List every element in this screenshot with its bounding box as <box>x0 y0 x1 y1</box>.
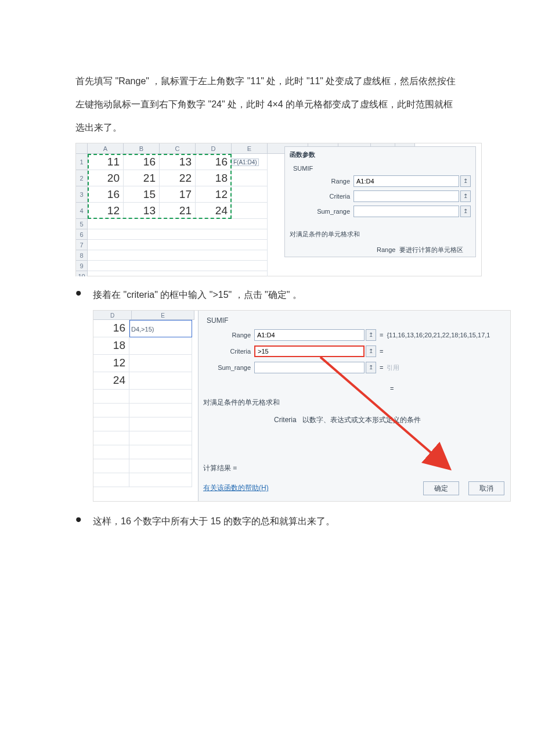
cell[interactable]: 18 <box>93 337 129 355</box>
cell[interactable]: 20 <box>88 170 124 186</box>
cell[interactable]: 16 <box>196 154 232 170</box>
calc-result-label: 计算结果 = <box>203 463 237 473</box>
intro-paragraph-2: 接着在 "criteria" 的框中输入 ">15" ，点击 "确定" 。 <box>93 283 511 307</box>
arg-help-label: Criteria <box>274 416 297 424</box>
panel-title: 函数参数 <box>290 150 471 159</box>
criteria-input[interactable] <box>353 190 459 202</box>
range-input[interactable] <box>353 175 459 187</box>
cell[interactable]: 16 <box>124 154 160 170</box>
ok-button[interactable]: 确定 <box>423 481 459 495</box>
function-description: 对满足条件的单元格求和 <box>203 398 280 408</box>
cell[interactable] <box>232 186 268 203</box>
intro-paragraph-1: 首先填写 "Range" ，鼠标置于左上角数字 "11" 处，此时 "11" 处… <box>75 70 459 139</box>
arg-help-text: 要进行计算的单元格区 <box>399 246 463 253</box>
screenshot-2: D E 16 D4,>15) 18 12 24 <box>93 310 511 502</box>
cancel-button[interactable]: 取消 <box>468 481 504 495</box>
cell[interactable]: 12 <box>88 203 124 219</box>
equals-label: = <box>376 364 387 371</box>
cell[interactable]: 18 <box>196 170 232 186</box>
row-header: 9 <box>76 261 88 271</box>
function-name: SUMIF <box>207 316 504 325</box>
function-help-link[interactable]: 有关该函数的帮助(H) <box>203 483 269 493</box>
function-name: SUMIF <box>293 165 471 172</box>
sum-range-input[interactable] <box>353 206 459 217</box>
range-result: {11,16,13,16;20,21,22,18;16,15,17,1 <box>387 332 490 339</box>
cell[interactable]: 24 <box>93 372 129 390</box>
criteria-label: Criteria <box>204 348 254 355</box>
cell[interactable] <box>232 170 268 186</box>
range-input[interactable] <box>254 329 365 341</box>
col-header: D <box>196 143 232 154</box>
col-header: A <box>88 143 124 154</box>
cell[interactable]: 13 <box>124 203 160 219</box>
intro-paragraph-3: 这样，16 个数字中所有大于 15 的数字的总和就算出来了。 <box>93 510 459 533</box>
col-header: E <box>232 143 268 154</box>
cell[interactable]: 24 <box>196 203 232 219</box>
cell[interactable]: 12 <box>196 186 232 203</box>
result-equals: = <box>390 385 394 392</box>
range-selector-icon[interactable]: ↥ <box>366 345 376 357</box>
row-header: 8 <box>76 250 88 261</box>
range-selector-icon[interactable]: ↥ <box>366 362 376 373</box>
row-header: 3 <box>76 186 88 203</box>
range-selector-icon[interactable]: ↥ <box>460 190 471 202</box>
row-header: 1 <box>76 154 88 170</box>
cell[interactable]: 21 <box>160 203 196 219</box>
formula-hint: F(A1:D4) <box>232 159 259 166</box>
function-description: 对满足条件的单元格求和 <box>290 230 471 239</box>
sum-range-input[interactable] <box>254 362 365 373</box>
cell[interactable]: 12 <box>93 355 129 372</box>
arg-help-label: Range <box>377 246 395 253</box>
equals-label: = <box>376 332 387 339</box>
svg-line-0 <box>320 357 448 467</box>
range-label: Range <box>204 332 254 339</box>
row-header: 2 <box>76 170 88 186</box>
function-args-panel: SUMIF Range ↥ = {11,16,13,16;20,21,22,18… <box>198 311 510 501</box>
sum-range-result: 引用 <box>387 363 399 372</box>
sum-range-label: Sum_range <box>204 364 254 371</box>
col-header: B <box>124 143 160 154</box>
col-header: D <box>93 311 132 320</box>
col-header: C <box>160 143 196 154</box>
cell[interactable]: 17 <box>160 186 196 203</box>
formula-hint: D4,>15) <box>129 320 192 337</box>
col-header: E <box>132 311 194 320</box>
screenshot-1: A B C D E F G H I J 1 2 3 4 <box>75 143 482 276</box>
cell[interactable]: 11 <box>88 154 124 170</box>
function-args-panel: 函数参数 SUMIF Range ↥ Criteria ↥ Sum_range … <box>284 146 476 257</box>
sum-range-label: Sum_range <box>290 208 353 215</box>
cell[interactable]: 15 <box>124 186 160 203</box>
row-header: 10 <box>76 271 88 276</box>
criteria-label: Criteria <box>290 193 353 200</box>
range-selector-icon[interactable]: ↥ <box>366 329 376 341</box>
criteria-input[interactable] <box>254 345 365 357</box>
cell[interactable]: 16 <box>93 320 129 337</box>
cell[interactable]: 21 <box>124 170 160 186</box>
cell[interactable]: 16 <box>88 186 124 203</box>
cell[interactable]: 13 <box>160 154 196 170</box>
equals-label: = <box>376 348 387 355</box>
bullet-icon: • <box>75 510 93 528</box>
range-selector-icon[interactable]: ↥ <box>460 206 471 217</box>
arg-help-text: 以数字、表达式或文本形式定义的条件 <box>302 416 421 424</box>
row-header: 7 <box>76 240 88 250</box>
cell[interactable]: 22 <box>160 170 196 186</box>
bullet-icon: • <box>75 283 93 302</box>
range-selector-icon[interactable]: ↥ <box>460 175 471 187</box>
row-header: 6 <box>76 229 88 240</box>
row-header: 5 <box>76 219 88 229</box>
range-label: Range <box>290 178 353 185</box>
cell[interactable] <box>232 203 268 219</box>
row-header: 4 <box>76 203 88 219</box>
